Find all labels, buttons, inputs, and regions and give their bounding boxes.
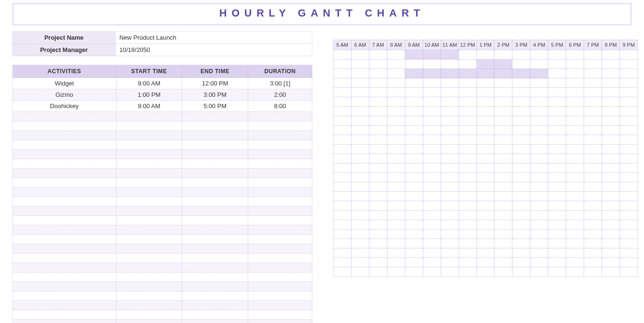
empty-cell[interactable] bbox=[13, 272, 117, 282]
table-row[interactable] bbox=[13, 301, 312, 310]
table-row[interactable] bbox=[13, 197, 312, 206]
empty-cell[interactable] bbox=[248, 178, 312, 187]
empty-cell[interactable] bbox=[182, 263, 248, 272]
table-row[interactable] bbox=[13, 235, 312, 244]
empty-cell[interactable] bbox=[13, 197, 117, 206]
empty-cell[interactable] bbox=[248, 150, 312, 159]
empty-cell[interactable] bbox=[182, 272, 248, 282]
activity-duration[interactable]: 3:00 [1] bbox=[248, 78, 312, 89]
empty-cell[interactable] bbox=[248, 197, 312, 206]
empty-cell[interactable] bbox=[116, 263, 182, 272]
table-row[interactable] bbox=[13, 310, 312, 320]
empty-cell[interactable] bbox=[248, 244, 312, 254]
table-row[interactable] bbox=[13, 121, 312, 131]
table-row[interactable] bbox=[13, 150, 312, 159]
empty-cell[interactable] bbox=[182, 216, 248, 225]
empty-cell[interactable] bbox=[116, 169, 182, 178]
empty-cell[interactable] bbox=[116, 187, 182, 197]
activity-start[interactable]: 9:00 AM bbox=[116, 101, 182, 112]
empty-cell[interactable] bbox=[182, 112, 248, 121]
empty-cell[interactable] bbox=[248, 254, 312, 263]
table-row[interactable] bbox=[13, 169, 312, 178]
empty-cell[interactable] bbox=[13, 282, 117, 291]
empty-cell[interactable] bbox=[182, 206, 248, 216]
empty-cell[interactable] bbox=[116, 310, 182, 320]
empty-cell[interactable] bbox=[248, 206, 312, 216]
empty-cell[interactable] bbox=[248, 310, 312, 320]
activity-name[interactable]: Gizmo bbox=[13, 89, 117, 101]
empty-cell[interactable] bbox=[116, 206, 182, 216]
empty-cell[interactable] bbox=[248, 121, 312, 131]
table-row[interactable] bbox=[13, 216, 312, 225]
table-row[interactable] bbox=[13, 291, 312, 301]
empty-cell[interactable] bbox=[182, 131, 248, 140]
activity-name[interactable]: Widget bbox=[13, 78, 117, 89]
empty-cell[interactable] bbox=[248, 131, 312, 140]
empty-cell[interactable] bbox=[248, 263, 312, 272]
empty-cell[interactable] bbox=[13, 235, 117, 244]
empty-cell[interactable] bbox=[182, 291, 248, 301]
empty-cell[interactable] bbox=[248, 320, 312, 323]
empty-cell[interactable] bbox=[116, 291, 182, 301]
empty-cell[interactable] bbox=[182, 169, 248, 178]
empty-cell[interactable] bbox=[13, 310, 117, 320]
empty-cell[interactable] bbox=[248, 301, 312, 310]
table-row[interactable] bbox=[13, 244, 312, 254]
empty-cell[interactable] bbox=[182, 140, 248, 150]
table-row[interactable] bbox=[13, 320, 312, 323]
empty-cell[interactable] bbox=[13, 263, 117, 272]
project-manager-value[interactable]: 10/18/2050 bbox=[116, 44, 312, 56]
empty-cell[interactable] bbox=[248, 282, 312, 291]
activity-duration[interactable]: 2:00 bbox=[248, 89, 312, 101]
empty-cell[interactable] bbox=[182, 320, 248, 323]
empty-cell[interactable] bbox=[182, 150, 248, 159]
activity-name[interactable]: Doohickey bbox=[13, 101, 117, 112]
table-row[interactable]: Widget9:00 AM12:00 PM3:00 [1] bbox=[13, 78, 312, 89]
project-name-value[interactable]: New Product Launch bbox=[116, 32, 312, 44]
empty-cell[interactable] bbox=[182, 235, 248, 244]
empty-cell[interactable] bbox=[248, 272, 312, 282]
activity-start[interactable]: 1:00 PM bbox=[116, 89, 182, 101]
empty-cell[interactable] bbox=[248, 159, 312, 169]
empty-cell[interactable] bbox=[13, 169, 117, 178]
empty-cell[interactable] bbox=[182, 310, 248, 320]
empty-cell[interactable] bbox=[182, 121, 248, 131]
empty-cell[interactable] bbox=[116, 235, 182, 244]
empty-cell[interactable] bbox=[116, 131, 182, 140]
empty-cell[interactable] bbox=[116, 197, 182, 206]
empty-cell[interactable] bbox=[182, 178, 248, 187]
empty-cell[interactable] bbox=[13, 121, 117, 131]
activity-end[interactable]: 12:00 PM bbox=[182, 78, 248, 89]
empty-cell[interactable] bbox=[13, 320, 117, 323]
empty-cell[interactable] bbox=[13, 140, 117, 150]
empty-cell[interactable] bbox=[248, 112, 312, 121]
table-row[interactable] bbox=[13, 112, 312, 121]
empty-cell[interactable] bbox=[248, 187, 312, 197]
table-row[interactable] bbox=[13, 178, 312, 187]
activity-end[interactable]: 5:00 PM bbox=[182, 101, 248, 112]
table-row[interactable]: Gizmo1:00 PM3:00 PM2:00 bbox=[13, 89, 312, 101]
empty-cell[interactable] bbox=[182, 244, 248, 254]
empty-cell[interactable] bbox=[13, 206, 117, 216]
empty-cell[interactable] bbox=[13, 216, 117, 225]
empty-cell[interactable] bbox=[116, 225, 182, 235]
empty-cell[interactable] bbox=[182, 187, 248, 197]
empty-cell[interactable] bbox=[116, 178, 182, 187]
table-row[interactable] bbox=[13, 225, 312, 235]
empty-cell[interactable] bbox=[13, 225, 117, 235]
table-row[interactable] bbox=[13, 187, 312, 197]
empty-cell[interactable] bbox=[182, 301, 248, 310]
table-row[interactable] bbox=[13, 272, 312, 282]
empty-cell[interactable] bbox=[116, 272, 182, 282]
activity-duration[interactable]: 8:00 bbox=[248, 101, 312, 112]
empty-cell[interactable] bbox=[13, 159, 117, 169]
empty-cell[interactable] bbox=[248, 169, 312, 178]
table-row[interactable] bbox=[13, 254, 312, 263]
empty-cell[interactable] bbox=[116, 320, 182, 323]
table-row[interactable]: Doohickey9:00 AM5:00 PM8:00 bbox=[13, 101, 312, 112]
table-row[interactable] bbox=[13, 282, 312, 291]
empty-cell[interactable] bbox=[116, 140, 182, 150]
empty-cell[interactable] bbox=[116, 216, 182, 225]
empty-cell[interactable] bbox=[182, 254, 248, 263]
empty-cell[interactable] bbox=[13, 112, 117, 121]
